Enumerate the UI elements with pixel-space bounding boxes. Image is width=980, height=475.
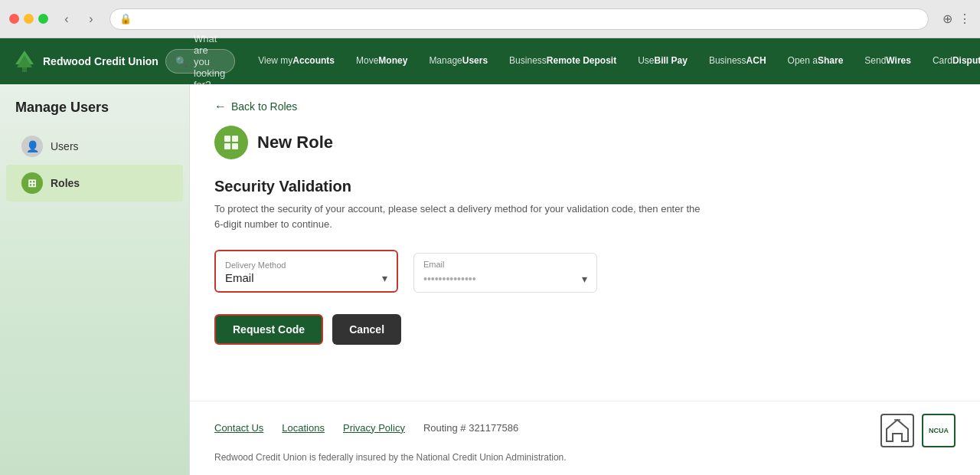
footer: Contact Us Locations Privacy Policy Rout… [190,401,980,475]
request-code-button[interactable]: Request Code [214,314,323,345]
nav-item-manage-users[interactable]: ManageUsers [418,38,498,84]
sidebar-item-roles[interactable]: ⊞ Roles [6,165,183,201]
delivery-method-select[interactable]: Email [225,271,387,284]
nav-item-business-remote-deposit[interactable]: BusinessRemote Deposit [498,38,627,84]
nav-item-open-a-share[interactable]: Open aShare [777,38,854,84]
form-row: Delivery Method Email Email •••••••••• [214,250,956,293]
logo-text: Redwood Credit Union [43,55,158,67]
page-icon [214,126,248,159]
delivery-method-group: Delivery Method Email [214,250,398,293]
global-search[interactable]: 🔍 What are you looking for? [165,49,235,74]
nav-item-send-wires[interactable]: SendWires [854,38,922,84]
main-layout: Manage Users 👤 Users ⊞ Roles ← Back to R… [0,84,980,475]
svg-rect-6 [232,143,238,149]
address-bar[interactable]: 🔒 [109,8,929,30]
main-header: Redwood Credit Union 🔍 What are you look… [0,38,980,84]
search-placeholder-text: What are you looking for? [194,33,225,90]
contact-us-link[interactable]: Contact Us [214,422,263,434]
minimize-button[interactable] [24,14,34,24]
email-select-wrapper: •••••••••••••• [423,272,587,286]
nav-item-business-ach[interactable]: BusinessACH [698,38,777,84]
browser-toolbar-icons: ⊕ ⋮ [942,11,971,26]
delivery-method-select-wrapper: Email [225,271,387,285]
email-label: Email [423,260,587,269]
users-sidebar-icon: 👤 [21,136,43,157]
logo-area: Redwood Credit Union [12,49,165,74]
locations-link[interactable]: Locations [282,422,325,434]
logo-icon [12,49,37,74]
sidebar-title: Manage Users [0,100,189,128]
sidebar-roles-label: Roles [51,177,80,189]
nav-item-view-accounts[interactable]: View myAccounts [247,38,345,84]
back-to-roles-link[interactable]: ← Back to Roles [214,100,956,113]
footer-logos: NCUA [880,414,956,447]
browser-search-icon[interactable]: ⊕ [942,11,952,26]
ncua-badge: NCUA [922,414,956,447]
sidebar-item-users[interactable]: 👤 Users [6,128,183,165]
page-title: New Role [257,133,333,152]
footer-bottom-text: Redwood Credit Union is federally insure… [214,452,956,463]
nav-item-use-bill-pay[interactable]: UseBill Pay [627,38,698,84]
page-header: New Role [214,126,956,159]
forward-browser-button[interactable]: › [80,8,102,30]
maximize-button[interactable] [38,14,48,24]
privacy-policy-link[interactable]: Privacy Policy [343,422,405,434]
back-browser-button[interactable]: ‹ [56,8,77,30]
search-icon: 🔍 [175,56,188,67]
sidebar: Manage Users 👤 Users ⊞ Roles [0,84,190,475]
delivery-method-label: Delivery Method [225,260,286,270]
browser-chrome: ‹ › 🔒 ⊕ ⋮ [0,0,980,38]
app-container: Redwood Credit Union 🔍 What are you look… [0,38,980,475]
section-description: To protect the security of your account,… [214,201,704,231]
close-button[interactable] [9,14,19,24]
browser-nav-buttons: ‹ › [56,8,102,30]
email-group: Email •••••••••••••• [413,253,597,293]
section-title: Security Validation [214,178,956,195]
roles-sidebar-icon: ⊞ [21,172,43,194]
svg-rect-5 [224,143,230,149]
back-link-text: Back to Roles [231,100,297,113]
sidebar-users-label: Users [51,140,79,152]
email-select[interactable]: •••••••••••••• [423,273,587,285]
nav-item-card-disputes[interactable]: CardDisputes [922,38,980,84]
footer-links: Contact Us Locations Privacy Policy Rout… [214,422,518,434]
role-icon [222,133,240,152]
nav-menu: View myAccountsMoveMoneyManageUsersBusin… [247,38,980,84]
main-content: ← Back to Roles New Role [190,84,980,401]
equal-housing-badge [880,414,914,447]
cancel-button[interactable]: Cancel [332,314,401,345]
traffic-lights [9,14,48,24]
button-row: Request Code Cancel [214,314,956,345]
back-arrow-icon: ← [214,100,227,113]
routing-number: Routing # 321177586 [423,422,518,434]
browser-menu-icon[interactable]: ⋮ [959,11,971,26]
nav-item-move-money[interactable]: MoveMoney [345,38,418,84]
svg-rect-4 [232,136,238,142]
svg-rect-3 [224,136,230,142]
svg-rect-2 [22,67,27,72]
